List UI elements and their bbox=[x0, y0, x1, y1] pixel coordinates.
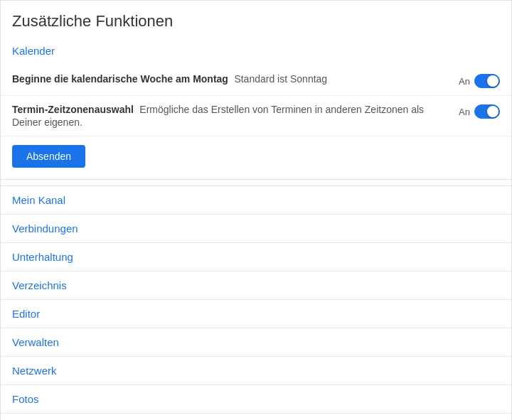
setting-text-timezone: Termin-Zeitzonenauswahl Ermögliche das E… bbox=[12, 103, 459, 129]
nav-link-mein-kanal[interactable]: Mein Kanal bbox=[1, 186, 511, 215]
nav-link-editor[interactable]: Editor bbox=[1, 300, 511, 328]
nav-link-netzwerk[interactable]: Netzwerk bbox=[1, 357, 511, 385]
submit-button[interactable]: Absenden bbox=[12, 145, 85, 168]
nav-link-verbindungen[interactable]: Verbindungen bbox=[1, 215, 511, 243]
nav-link-verwalten[interactable]: Verwalten bbox=[1, 328, 511, 357]
toggle-timezone[interactable] bbox=[474, 104, 500, 119]
calendar-link[interactable]: Kalender bbox=[1, 39, 511, 65]
calendar-section: Kalender Beginne die kalendarische Woche… bbox=[1, 39, 511, 186]
nav-link-verzeichnis[interactable]: Verzeichnis bbox=[1, 271, 511, 300]
toggle-label-week-start: An bbox=[459, 76, 470, 87]
toggle-container-timezone: An bbox=[459, 104, 500, 119]
nav-link-profile[interactable]: Profile bbox=[1, 414, 511, 420]
setting-text-week-start: Beginne die kalendarische Woche am Monta… bbox=[12, 72, 459, 85]
setting-row-timezone: Termin-Zeitzonenauswahl Ermögliche das E… bbox=[1, 96, 511, 136]
nav-links-section: Mein Kanal Verbindungen Unterhaltung Ver… bbox=[1, 186, 511, 420]
nav-link-fotos[interactable]: Fotos bbox=[1, 385, 511, 414]
toggle-container-week-start: An bbox=[459, 74, 500, 88]
setting-subtitle-week-start: Standard ist Sonntag bbox=[234, 73, 327, 85]
nav-link-unterhaltung[interactable]: Unterhaltung bbox=[1, 243, 511, 271]
setting-title-week-start: Beginne die kalendarische Woche am Monta… bbox=[12, 73, 228, 85]
submit-section: Absenden bbox=[1, 136, 511, 180]
toggle-label-timezone: An bbox=[459, 107, 470, 117]
setting-title-timezone: Termin-Zeitzonenauswahl bbox=[12, 104, 134, 115]
toggle-week-start[interactable] bbox=[474, 74, 500, 88]
page-container: Zusätzliche Funktionen Kalender Beginne … bbox=[0, 0, 512, 420]
page-title: Zusätzliche Funktionen bbox=[1, 1, 511, 39]
setting-row-week-start: Beginne die kalendarische Woche am Monta… bbox=[1, 65, 511, 96]
